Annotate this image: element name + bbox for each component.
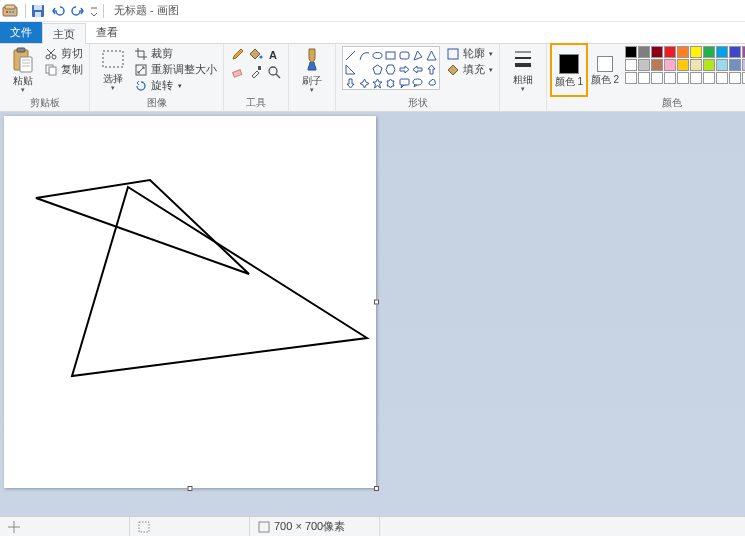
palette-color[interactable] [703,59,715,71]
shape-star5-icon[interactable] [371,76,384,90]
shape-fill-button[interactable]: 填充▾ [446,62,493,77]
palette-color[interactable] [651,59,663,71]
palette-color[interactable] [651,46,663,58]
resize-button[interactable]: 重新调整大小 [134,62,217,77]
eyedropper-tool[interactable] [248,64,264,80]
rotate-button[interactable]: 旋转▾ [134,78,217,93]
svg-point-26 [269,67,277,75]
palette-color[interactable] [651,72,663,84]
canvas[interactable] [4,116,376,488]
shape-diamond-icon[interactable] [357,62,370,76]
undo-icon[interactable] [49,2,67,20]
brush-button[interactable]: 刷子 ▾ [295,46,329,94]
palette-color[interactable] [703,72,715,84]
shape-line-icon[interactable] [344,48,357,62]
shape-polygon-icon[interactable] [411,48,424,62]
copy-button[interactable]: 复制 [44,62,83,77]
paste-label: 粘贴 [13,75,33,86]
group-shapes: 轮廓▾ 填充▾ 形状 [336,44,500,111]
shape-rect-icon[interactable] [384,48,397,62]
palette-color[interactable] [677,59,689,71]
shape-arrowd-icon[interactable] [344,76,357,90]
resize-handle-corner[interactable] [374,486,379,491]
fill-icon [446,63,460,77]
copy-icon [44,63,58,77]
palette-color[interactable] [664,59,676,71]
palette-color[interactable] [664,46,676,58]
palette-color[interactable] [690,46,702,58]
svg-rect-7 [35,12,41,17]
resize-handle-bottom[interactable] [188,486,193,491]
svg-rect-41 [400,79,409,85]
svg-text:A: A [269,49,277,61]
paste-button[interactable]: 粘贴 ▾ [6,46,40,94]
chevron-down-icon: ▾ [310,86,314,94]
shape-star4-icon[interactable] [357,76,370,90]
palette-color[interactable] [638,46,650,58]
palette-color[interactable] [716,59,728,71]
palette-color[interactable] [716,72,728,84]
shape-hexagon-icon[interactable] [384,62,397,76]
svg-marker-38 [360,79,369,88]
palette-color[interactable] [638,72,650,84]
palette-color[interactable] [690,72,702,84]
shape-outline-button[interactable]: 轮廓▾ [446,46,493,61]
shape-triangle-icon[interactable] [425,48,438,62]
save-icon[interactable] [29,2,47,20]
shape-callout-rect-icon[interactable] [398,76,411,90]
palette-color[interactable] [625,59,637,71]
status-cursor-pos [0,517,130,536]
group-label-size [506,97,540,111]
magnifier-tool[interactable] [266,64,282,80]
svg-point-29 [373,52,382,58]
crop-button[interactable]: 裁剪 [134,46,217,61]
select-button[interactable]: 选择 ▾ [96,46,130,94]
color2-swatch [597,56,613,72]
shape-star6-icon[interactable] [384,76,397,90]
palette-color[interactable] [664,72,676,84]
pencil-tool[interactable] [230,46,246,62]
palette-color[interactable] [703,46,715,58]
shape-arrowr-icon[interactable] [398,62,411,76]
shape-callout-cloud-icon[interactable] [425,76,438,90]
size-button[interactable]: 粗细 ▾ [506,46,540,94]
qat-customize-icon[interactable] [89,2,99,20]
cut-button[interactable]: 剪切 [44,46,83,61]
shape-roundrect-icon[interactable] [398,48,411,62]
palette-color[interactable] [625,72,637,84]
palette-color[interactable] [690,59,702,71]
palette-color[interactable] [716,46,728,58]
palette-color[interactable] [677,46,689,58]
svg-rect-9 [17,48,25,52]
file-tab[interactable]: 文件 [0,22,42,43]
palette-color[interactable] [638,59,650,71]
group-label-clipboard: 剪贴板 [6,94,83,111]
shapes-gallery[interactable] [342,46,440,90]
fill-tool[interactable] [248,46,264,62]
shape-oval-icon[interactable] [371,48,384,62]
group-brushes: 刷子 ▾ [289,44,336,111]
redo-icon[interactable] [69,2,87,20]
svg-rect-43 [448,49,458,59]
shape-pentagon-icon[interactable] [371,62,384,76]
tab-home[interactable]: 主页 [42,23,86,44]
palette-color[interactable] [729,59,741,71]
tab-view[interactable]: 查看 [86,22,128,43]
palette-color[interactable] [729,46,741,58]
svg-point-2 [6,11,8,13]
shape-curve-icon[interactable] [357,48,370,62]
shape-arrowl-icon[interactable] [411,62,424,76]
shape-rtriangle-icon[interactable] [344,62,357,76]
color1-button[interactable]: 颜色 1 [553,46,585,94]
color1-swatch [559,54,579,74]
resize-handle-right[interactable] [374,300,379,305]
palette-color[interactable] [677,72,689,84]
palette-color[interactable] [625,46,637,58]
svg-marker-40 [387,79,394,88]
text-tool[interactable]: A [266,46,282,62]
shape-arrowu-icon[interactable] [425,62,438,76]
palette-color[interactable] [729,72,741,84]
color2-button[interactable]: 颜色 2 [589,46,621,94]
eraser-tool[interactable] [230,64,246,80]
shape-callout-oval-icon[interactable] [411,76,424,90]
